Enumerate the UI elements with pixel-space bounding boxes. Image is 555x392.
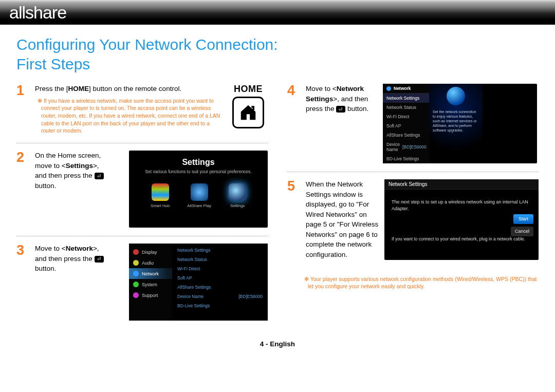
page-title: Configuring Your Network Connection: Fir… <box>16 35 539 73</box>
page-content: Configuring Your Network Connection: Fir… <box>0 25 555 357</box>
app-smarthub: Smart Hub <box>151 183 170 208</box>
list-item: Network Status <box>172 255 268 264</box>
shot-subtitle: Set various functions to suit your perso… <box>129 169 268 174</box>
step-number: 4 <box>287 84 301 163</box>
side-network: Network <box>129 268 172 279</box>
step-note: If you have a wireless network, make sur… <box>35 97 224 135</box>
list-item: Network Settings <box>172 246 268 255</box>
label: Audio <box>142 260 154 266</box>
step-body: When the Network Settings window is disp… <box>306 179 379 260</box>
enter-icon: ⏎ <box>336 106 345 113</box>
label: Device Name <box>386 142 400 152</box>
step-number: 1 <box>16 84 30 135</box>
text-bold: Settings <box>66 162 93 170</box>
list-item: AllShare Settings <box>383 130 429 140</box>
label: Device Name <box>177 294 203 299</box>
enter-icon: ⏎ <box>95 256 104 263</box>
side-system: System <box>129 279 172 290</box>
side-support: Support <box>129 290 172 301</box>
text: ] button on the remote control. <box>89 85 181 92</box>
step-5: 5 When the Network Settings window is di… <box>287 179 539 268</box>
description-panel: Set the network connection to enjoy vari… <box>429 84 483 163</box>
app-label: AllShare Play <box>187 203 211 208</box>
home-badge: HOME <box>229 84 268 135</box>
text-bold: Network <box>66 245 93 252</box>
global-note: Your player supports various network con… <box>287 275 539 290</box>
label: Display <box>142 250 157 255</box>
enter-icon: ⏎ <box>95 173 104 179</box>
text: button. <box>345 105 368 113</box>
list-item: Soft AP <box>172 273 268 283</box>
side-audio: Audio <box>129 257 172 268</box>
text: Move to < <box>306 85 337 92</box>
panel-title: Network Settings <box>384 179 539 190</box>
step-body: Move to <Network Settings>, and then pre… <box>306 84 378 163</box>
step-1: 1 Press the [HOME] button on the remote … <box>16 84 268 143</box>
title-line-2: First Steps <box>16 55 90 72</box>
screenshot-wizard: Network Settings The next step is to set… <box>384 179 539 260</box>
panel-title: Network <box>383 84 429 94</box>
step-2: 2 On the Home screen, move to <Settings>… <box>16 151 268 236</box>
app-label: Settings <box>230 203 245 208</box>
cancel-button[interactable]: Cancel <box>511 227 533 236</box>
label: Support <box>142 293 158 298</box>
right-column: 4 Move to <Network Settings>, and then p… <box>287 84 539 336</box>
text: Move to < <box>35 245 66 252</box>
step-number: 2 <box>16 151 30 228</box>
app-label: Smart Hub <box>151 203 170 208</box>
step-number: 5 <box>287 179 301 260</box>
text-bold: HOME <box>68 85 89 92</box>
wizard-text-2: If you want to connect to your wired net… <box>392 236 531 242</box>
step-4: 4 Move to <Network Settings>, and then p… <box>287 84 539 172</box>
list-item: BD-Live Settings <box>172 301 268 310</box>
description-text: Set the network connection to enjoy vari… <box>433 109 479 133</box>
globe-icon <box>447 87 465 105</box>
list-item: AllShare Settings <box>172 283 268 292</box>
app-row: Smart Hub AllShare Play Settings <box>129 183 268 208</box>
text: button. <box>35 265 56 272</box>
label: System <box>142 282 157 287</box>
list-item: Network Settings <box>383 94 429 103</box>
main-list: Network Settings Network Status Wi-Fi Di… <box>172 244 268 321</box>
list-item-device: Device Name[BD]ES6000 <box>172 292 268 301</box>
value: [BD]ES6000 <box>238 294 263 299</box>
value: [BD]ES6000 <box>402 144 427 150</box>
step-body: On the Home screen, move to <Settings>, … <box>35 151 112 228</box>
text: button. <box>35 182 56 190</box>
list-item: Wi-Fi Direct <box>383 112 429 121</box>
label: Network <box>394 86 411 91</box>
side-display: Display <box>129 247 172 257</box>
step-number: 3 <box>16 244 30 321</box>
screenshot-network-menu: Display Audio Network System Support Net… <box>129 244 268 321</box>
page-footer: 4 - English <box>16 340 539 352</box>
header-bar: allshare <box>0 0 555 25</box>
label: Network <box>142 271 159 276</box>
list-item: BD-Live Settings <box>383 154 429 163</box>
list-item: Soft AP <box>383 121 429 130</box>
app-settings: Settings <box>229 183 246 208</box>
nested-side: Network Network Settings Network Status … <box>383 84 429 163</box>
step-body: Move to <Network>, and then press the ⏎ … <box>35 244 112 321</box>
list-item: Wi-Fi Direct <box>172 264 268 273</box>
app-allshare: AllShare Play <box>187 183 211 208</box>
title-line-1: Configuring Your Network Connection: <box>16 36 278 53</box>
step-3: 3 Move to <Network>, and then press the … <box>16 244 268 329</box>
wizard-body: The next step is to set up a wireless ne… <box>384 190 539 259</box>
home-label: HOME <box>229 84 268 95</box>
list-item: Network Status <box>383 103 429 112</box>
screenshot-network-settings: Network Network Settings Network Status … <box>383 84 537 163</box>
left-column: 1 Press the [HOME] button on the remote … <box>16 84 268 336</box>
start-button[interactable]: Start <box>513 214 533 224</box>
wizard-text-1: The next step is to set up a wireless ne… <box>392 199 531 212</box>
list-item-device: Device Name[BD]ES6000 <box>383 140 429 154</box>
step-body: Press the [HOME] button on the remote co… <box>35 84 224 135</box>
shot-title: Settings <box>129 151 268 169</box>
home-icon <box>232 97 264 128</box>
side-menu: Display Audio Network System Support <box>129 244 172 321</box>
screenshot-settings: Settings Set various functions to suit y… <box>129 151 268 228</box>
brand-logo: allshare <box>9 3 66 23</box>
text: Press the [ <box>35 85 68 92</box>
